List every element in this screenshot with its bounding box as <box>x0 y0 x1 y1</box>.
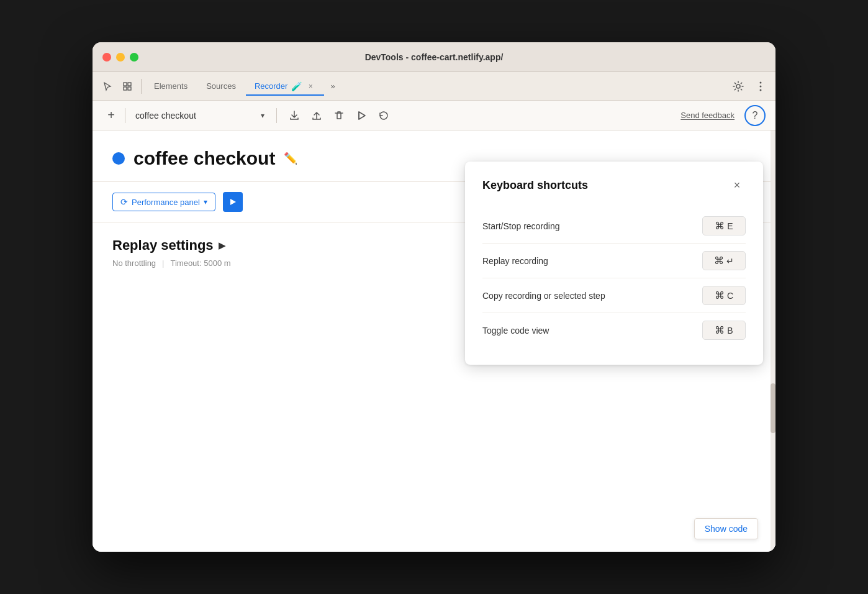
shortcut-row-copy: Copy recording or selected step ⌘ C <box>482 278 746 313</box>
inspect-button[interactable] <box>117 76 137 96</box>
tab-close-icon[interactable]: × <box>305 81 315 91</box>
svg-marker-8 <box>359 112 365 119</box>
shortcut-row-toggle: Toggle code view ⌘ B <box>482 313 746 347</box>
replay-settings-expand-icon[interactable]: ▶ <box>219 240 225 250</box>
shortcut-key-copy: ⌘ C <box>702 286 746 305</box>
shortcut-cmd-icon-toggle: ⌘ <box>715 324 725 336</box>
export-button[interactable] <box>284 106 304 126</box>
show-code-button[interactable]: Show code <box>694 518 758 539</box>
cursor-tool-button[interactable] <box>97 76 117 96</box>
shortcut-label-copy: Copy recording or selected step <box>482 291 605 301</box>
shortcut-label-toggle: Toggle code view <box>482 326 549 336</box>
shortcut-key-start-stop: ⌘ E <box>702 216 746 235</box>
import-button[interactable] <box>307 106 327 126</box>
recording-title: coffee checkout <box>133 148 275 169</box>
recorder-actions <box>284 106 394 126</box>
help-button[interactable]: ? <box>744 105 766 126</box>
tab-recorder[interactable]: Recorder 🧪 × <box>246 78 324 95</box>
recording-name-input[interactable] <box>130 108 249 123</box>
tab-toolbar: Elements Sources Recorder 🧪 × » <box>93 72 775 101</box>
recorder-toolbar: + ▾ <box>93 101 775 130</box>
tab-bar: Elements Sources Recorder 🧪 × » <box>145 78 728 95</box>
play-button[interactable] <box>351 106 371 126</box>
shortcut-cmd-icon-copy: ⌘ <box>715 290 725 301</box>
no-throttling-label: No throttling <box>112 258 156 268</box>
shortcut-cmd-icon-replay: ⌘ <box>714 255 724 267</box>
shortcut-key-char-copy: C <box>727 291 733 301</box>
shortcut-key-char: E <box>727 221 733 231</box>
svg-point-4 <box>736 85 740 88</box>
perf-icon: ⟳ <box>120 197 128 207</box>
shortcut-key-char-toggle: B <box>727 326 733 336</box>
recording-status-dot <box>112 152 125 165</box>
replay-button[interactable] <box>374 106 394 126</box>
devtools-window: DevTools - coffee-cart.netlify.app/ Elem… <box>93 42 775 552</box>
flask-icon: 🧪 <box>291 81 302 91</box>
scrollbar-track[interactable] <box>771 130 775 552</box>
shortcuts-header: Keyboard shortcuts × <box>482 176 746 194</box>
minimize-traffic-light[interactable] <box>116 53 125 62</box>
tab-sources[interactable]: Sources <box>197 78 245 94</box>
edit-title-icon[interactable]: ✏️ <box>284 152 297 165</box>
window-title: DevTools - coffee-cart.netlify.app/ <box>365 52 504 62</box>
tab-elements[interactable]: Elements <box>145 78 196 94</box>
add-recording-button[interactable]: + <box>102 107 120 124</box>
svg-marker-9 <box>230 199 236 205</box>
recording-dropdown-button[interactable]: ▾ <box>254 107 271 124</box>
performance-panel-button[interactable]: ⟳ Performance panel ▾ <box>112 193 215 211</box>
shortcut-key-char-replay: ↵ <box>726 256 734 266</box>
settings-button[interactable] <box>728 76 748 96</box>
tab-more-button[interactable]: » <box>325 79 340 93</box>
svg-rect-0 <box>124 83 127 86</box>
delete-button[interactable] <box>329 106 349 126</box>
traffic-lights <box>102 53 138 62</box>
timeout-label: Timeout: 5000 m <box>170 258 230 268</box>
send-feedback-link[interactable]: Send feedback <box>680 111 735 120</box>
svg-rect-3 <box>128 87 131 90</box>
shortcut-label-replay: Replay recording <box>482 256 548 266</box>
close-traffic-light[interactable] <box>102 53 111 62</box>
perf-panel-dropdown-icon: ▾ <box>204 198 207 206</box>
svg-point-6 <box>760 85 762 87</box>
shortcuts-close-button[interactable]: × <box>728 176 746 194</box>
toolbar-divider-1 <box>141 79 142 94</box>
more-options-button[interactable] <box>751 76 771 96</box>
main-content: coffee checkout ✏️ ⟳ Performance panel ▾… <box>93 130 775 552</box>
maximize-traffic-light[interactable] <box>130 53 138 62</box>
shortcut-key-replay: ⌘ ↵ <box>702 251 746 270</box>
recorder-toolbar-divider <box>125 108 125 123</box>
title-bar: DevTools - coffee-cart.netlify.app/ <box>93 42 775 72</box>
svg-point-7 <box>760 89 762 91</box>
svg-rect-2 <box>124 87 127 90</box>
toolbar-right <box>728 76 771 96</box>
shortcut-key-toggle: ⌘ B <box>702 321 746 340</box>
shortcuts-title: Keyboard shortcuts <box>482 179 588 192</box>
shortcut-row-replay: Replay recording ⌘ ↵ <box>482 244 746 278</box>
keyboard-shortcuts-popup: Keyboard shortcuts × Start/Stop recordin… <box>465 162 763 365</box>
replay-action-button[interactable] <box>223 192 243 212</box>
settings-sub-divider: | <box>162 258 164 268</box>
svg-rect-1 <box>128 83 131 86</box>
shortcut-row-start-stop: Start/Stop recording ⌘ E <box>482 209 746 244</box>
svg-point-5 <box>760 81 762 83</box>
scrollbar-thumb[interactable] <box>771 383 775 433</box>
shortcut-label-start-stop: Start/Stop recording <box>482 221 560 231</box>
recorder-actions-divider <box>276 108 277 123</box>
shortcut-cmd-icon: ⌘ <box>715 220 725 232</box>
